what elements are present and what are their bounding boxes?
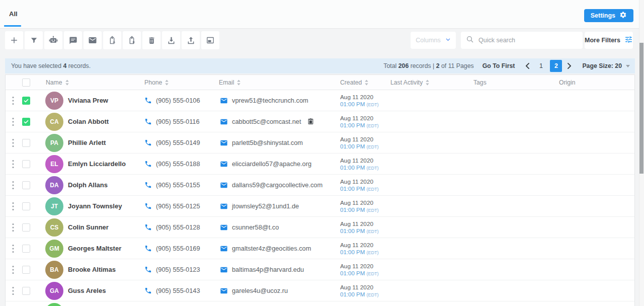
phone-number[interactable]: (905) 555-0143 [156, 287, 200, 294]
row-checkbox[interactable] [22, 139, 30, 147]
table-row[interactable]: CSColin Sunner(905) 555-0128csunner58@t.… [6, 217, 634, 238]
row-checkbox[interactable] [22, 266, 30, 274]
phone-number[interactable]: (905) 555-0116 [156, 118, 200, 125]
scrollbar-thumb[interactable] [639, 43, 643, 174]
tag-add-button[interactable] [103, 31, 121, 49]
row-kebab-menu-button[interactable] [10, 179, 16, 192]
created-timezone: (EDT) [366, 208, 378, 213]
page-button-1[interactable]: 1 [535, 60, 547, 72]
table-row[interactable]: CAColan Abbott(905) 555-0116cabbott5c@co… [6, 111, 634, 132]
column-header-email[interactable]: Email [217, 79, 340, 86]
more-filters-button[interactable]: More Filters [585, 32, 633, 49]
row-checkbox[interactable] [22, 160, 30, 168]
phone-number[interactable]: (905) 555-0128 [156, 223, 200, 231]
table-row[interactable]: PAPhillie Arlett(905) 555-0149parlett5b@… [6, 132, 634, 154]
column-header-name[interactable]: Name [36, 79, 141, 86]
page-button-2[interactable]: 2 [550, 60, 562, 72]
row-kebab-menu-button[interactable] [10, 242, 16, 255]
contact-name[interactable]: Guss Areles [68, 287, 106, 294]
clipboard-icon[interactable] [307, 118, 314, 125]
contact-name[interactable]: Colan Abbott [68, 118, 109, 125]
contact-name[interactable]: Georges Maltster [68, 245, 121, 252]
plus-button[interactable] [5, 31, 23, 49]
table-row[interactable]: ELEmlyn Licciardello(905) 555-0188elicci… [6, 154, 634, 175]
envelope-icon [88, 36, 97, 45]
contact-name[interactable]: Viviana Prew [68, 97, 108, 104]
column-header-phone[interactable]: Phone [141, 79, 217, 86]
phone-number[interactable]: (905) 555-0125 [156, 202, 200, 210]
email-address[interactable]: baltimas4p@harvard.edu [232, 266, 304, 273]
phone-number[interactable]: (905) 555-0123 [156, 266, 200, 273]
row-kebab-menu-button[interactable] [10, 115, 16, 128]
email-address[interactable]: dallans59@cargocollective.com [232, 181, 323, 189]
download-button[interactable] [162, 31, 180, 49]
trash-button[interactable] [142, 31, 160, 49]
row-kebab-menu-button[interactable] [10, 221, 16, 234]
go-to-first-button[interactable]: Go To First [482, 62, 515, 69]
email-address[interactable]: csunner58@t.co [232, 223, 279, 231]
email-address[interactable]: parlett5b@shinystat.com [232, 139, 303, 146]
contact-name[interactable]: Brooke Altimas [68, 266, 116, 273]
row-checkbox[interactable] [22, 97, 30, 105]
row-kebab-menu-button[interactable] [10, 158, 16, 171]
email-address[interactable]: vprew51@techcrunch.com [232, 97, 308, 104]
chevron-right-icon[interactable] [565, 63, 574, 69]
contact-name[interactable]: Dolph Allans [68, 181, 108, 189]
table-row[interactable]: JTJoyann Townsley(905) 555-0125jtownsley… [6, 196, 634, 217]
phone-number[interactable]: (905) 555-0155 [156, 181, 200, 189]
email-address[interactable]: jtownsley52@1und1.de [232, 202, 299, 210]
row-kebab-menu-button[interactable] [10, 136, 16, 149]
tag-remove-button[interactable] [123, 31, 141, 49]
comment-button[interactable] [64, 31, 82, 49]
email-address[interactable]: gmaltster4z@geocities.com [232, 245, 311, 252]
row-checkbox[interactable] [22, 287, 30, 295]
quick-search-input[interactable] [478, 37, 578, 44]
row-kebab-menu-button[interactable] [10, 284, 16, 297]
row-checkbox[interactable] [22, 223, 30, 232]
row-kebab-menu-button[interactable] [10, 94, 16, 107]
phone-number[interactable]: (905) 555-0106 [156, 97, 200, 104]
created-cell: Aug 11 202001:00 PM (EDT) [340, 220, 390, 235]
phone-number[interactable]: (905) 555-0188 [156, 160, 200, 168]
row-kebab-menu-button[interactable] [10, 200, 16, 213]
row-checkbox[interactable] [22, 202, 30, 210]
robot-button[interactable] [44, 31, 62, 49]
row-kebab-menu-button[interactable] [10, 263, 16, 276]
created-time: 01:00 PM (EDT) [340, 270, 390, 277]
table-row[interactable]: Aug 11 2020 [6, 301, 634, 306]
contact-name[interactable]: Colin Sunner [68, 223, 109, 231]
phone-number[interactable]: (905) 555-0169 [156, 245, 200, 252]
column-header-last_activity[interactable]: Last Activity [390, 79, 473, 86]
email-icon [220, 266, 228, 274]
table-row[interactable]: GAGuss Areles(905) 555-0143gareles4u@uco… [6, 280, 634, 301]
select-all-checkbox[interactable] [22, 79, 30, 87]
row-checkbox[interactable] [22, 181, 30, 189]
table-row[interactable]: GMGeorges Maltster(905) 555-0169gmaltste… [6, 238, 634, 259]
chevron-left-icon[interactable] [523, 63, 532, 69]
page-size-value: 20 [615, 62, 622, 69]
row-checkbox[interactable] [22, 245, 30, 253]
watermark-button[interactable] [201, 31, 219, 49]
filter-button[interactable] [25, 31, 43, 49]
tab-all[interactable]: All [9, 10, 18, 18]
settings-button[interactable]: Settings [584, 9, 633, 22]
table-row[interactable]: BABrooke Altimas(905) 555-0123baltimas4p… [6, 259, 634, 280]
upload-button[interactable] [182, 31, 200, 49]
contact-name[interactable]: Phillie Arlett [68, 139, 106, 146]
envelope-button[interactable] [84, 31, 102, 49]
created-date: Aug 11 2020 [340, 263, 390, 270]
columns-dropdown[interactable]: Columns [411, 32, 456, 49]
table-row[interactable]: VPViviana Prew(905) 555-0106vprew51@tech… [6, 90, 634, 111]
scrollbar-track[interactable] [639, 0, 644, 306]
contact-name[interactable]: Joyann Townsley [68, 202, 122, 210]
row-checkbox[interactable] [22, 118, 30, 126]
email-address[interactable]: elicciardello57@apache.org [232, 160, 311, 168]
email-address[interactable]: gareles4u@ucoz.ru [232, 287, 288, 294]
contact-name[interactable]: Emlyn Licciardello [68, 160, 126, 168]
table-row[interactable]: DADolph Allans(905) 555-0155dallans59@ca… [6, 175, 634, 196]
column-header-created[interactable]: Created [340, 79, 390, 86]
created-timezone: (EDT) [366, 166, 378, 171]
email-address[interactable]: cabbott5c@comcast.net [232, 118, 301, 125]
phone-number[interactable]: (905) 555-0149 [156, 139, 200, 146]
page-size-selector[interactable]: Page Size: 20 [582, 62, 630, 69]
